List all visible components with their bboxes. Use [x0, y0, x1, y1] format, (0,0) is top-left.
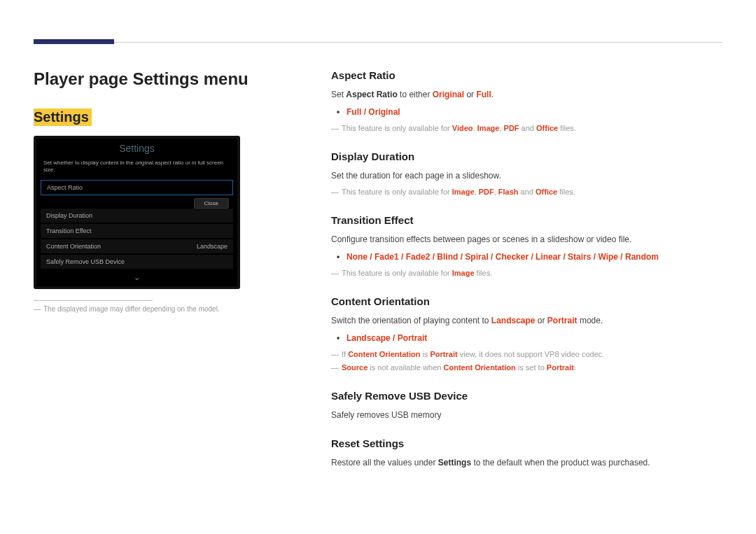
image-note-text: The displayed image may differ depending…: [43, 305, 220, 313]
content-orientation-head: Content Orientation: [331, 295, 722, 307]
chevron-down-icon[interactable]: ⌄: [36, 270, 237, 282]
dash-icon: ―: [331, 363, 339, 372]
close-button[interactable]: Close: [194, 198, 229, 209]
display-duration-note: ―This feature is only available for Imag…: [331, 185, 722, 199]
device-row-label: Aspect Ratio: [47, 184, 83, 191]
aspect-ratio-options: Full / Original: [331, 106, 722, 119]
safely-remove-usb-head: Safely Remove USB Device: [331, 390, 722, 402]
transition-effect-block: Transition Effect Configure transition e…: [331, 214, 722, 280]
transition-effect-options: None / Fade1 / Fade2 / Blind / Spiral / …: [331, 251, 722, 264]
device-row-display-duration[interactable]: Display Duration: [41, 209, 233, 223]
reset-settings-text: Restore all the values under Settings to…: [331, 456, 722, 470]
reset-settings-block: Reset Settings Restore all the values un…: [331, 437, 722, 470]
safely-remove-usb-block: Safely Remove USB Device Safely removes …: [331, 390, 722, 422]
transition-effect-head: Transition Effect: [331, 214, 722, 226]
device-description: Set whether to display content in the or…: [36, 157, 237, 180]
device-menu-list: Aspect Ratio Close Display Duration Tran…: [36, 180, 237, 269]
device-title: Settings: [36, 139, 237, 157]
aspect-ratio-block: Aspect Ratio Set Aspect Ratio to either …: [331, 69, 722, 135]
device-row-content-orientation[interactable]: Content Orientation Landscape: [41, 239, 233, 253]
content-orientation-text: Switch the orientation of playing conten…: [331, 314, 722, 328]
device-row-value: Landscape: [197, 243, 227, 250]
device-row-transition-effect[interactable]: Transition Effect: [41, 224, 233, 238]
device-row-label: Safely Remove USB Device: [46, 258, 125, 265]
display-duration-text: Set the duration for each page in a slid…: [331, 169, 722, 183]
dash-icon: ―: [331, 350, 339, 358]
dash-icon: ―: [331, 269, 339, 277]
device-row-label: Display Duration: [46, 212, 92, 219]
content-orientation-note-2: ―Source is not available when Content Or…: [331, 361, 722, 374]
aspect-ratio-option: Full / Original: [346, 106, 722, 119]
header-rule: [34, 42, 722, 43]
right-column: Aspect Ratio Set Aspect Ratio to either …: [331, 69, 722, 485]
aspect-ratio-head: Aspect Ratio: [331, 69, 722, 81]
note-rule: [34, 300, 153, 301]
device-row-aspect-ratio[interactable]: Aspect Ratio: [41, 180, 233, 195]
device-row-label: Transition Effect: [46, 227, 92, 234]
content-orientation-option: Landscape / Portrait: [346, 332, 722, 345]
safely-remove-usb-text: Safely removes USB memory: [331, 409, 722, 422]
image-note: ―The displayed image may differ dependin…: [34, 305, 289, 313]
device-close-row: Close: [41, 197, 233, 209]
transition-effect-text: Configure transition effects between pag…: [331, 233, 722, 246]
content-orientation-note-1: ―If Content Orientation is Portrait view…: [331, 348, 722, 361]
content-orientation-block: Content Orientation Switch the orientati…: [331, 295, 722, 374]
section-title: Player page Settings menu: [34, 69, 289, 89]
device-mockup: Settings Set whether to display content …: [34, 136, 240, 289]
header-accent: [34, 39, 114, 44]
content-columns: Player page Settings menu Settings Setti…: [34, 69, 722, 485]
dash-icon: ―: [331, 188, 339, 196]
aspect-ratio-note: ―This feature is only available for Vide…: [331, 122, 722, 135]
settings-highlight: Settings: [34, 108, 92, 126]
transition-effect-option: None / Fade1 / Fade2 / Blind / Spiral / …: [346, 251, 722, 264]
display-duration-block: Display Duration Set the duration for ea…: [331, 150, 722, 199]
transition-effect-note: ―This feature is only available for Imag…: [331, 267, 722, 280]
aspect-ratio-text: Set Aspect Ratio to either Original or F…: [331, 88, 722, 101]
left-column: Player page Settings menu Settings Setti…: [34, 69, 289, 485]
content-orientation-options: Landscape / Portrait: [331, 332, 722, 345]
device-row-safely-remove-usb[interactable]: Safely Remove USB Device: [41, 255, 233, 269]
device-row-label: Content Orientation: [46, 243, 101, 250]
page: Player page Settings menu Settings Setti…: [0, 0, 756, 485]
dash-icon: ―: [34, 305, 41, 313]
dash-icon: ―: [331, 124, 339, 132]
display-duration-head: Display Duration: [331, 150, 722, 162]
reset-settings-head: Reset Settings: [331, 437, 722, 449]
